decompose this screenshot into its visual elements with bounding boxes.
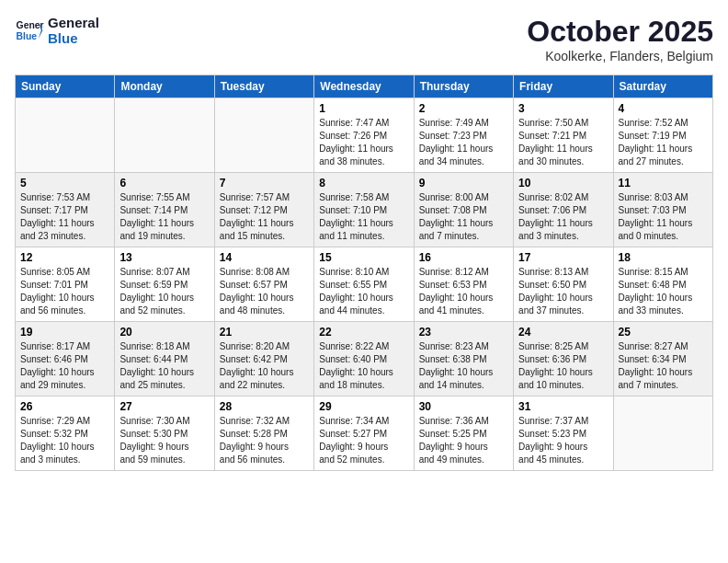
day-info: Sunrise: 8:13 AMSunset: 6:50 PMDaylight:… — [518, 266, 608, 317]
weekday-header-wednesday: Wednesday — [314, 75, 414, 98]
day-number: 23 — [419, 326, 508, 339]
day-info: Sunrise: 8:02 AMSunset: 7:06 PMDaylight:… — [518, 191, 608, 243]
calendar-cell: 7Sunrise: 7:57 AMSunset: 7:12 PMDaylight… — [214, 173, 313, 247]
day-number: 18 — [619, 251, 708, 264]
day-number: 22 — [319, 326, 408, 339]
calendar-cell: 30Sunrise: 7:36 AMSunset: 5:25 PMDayligh… — [414, 396, 513, 471]
day-info: Sunrise: 8:10 AMSunset: 6:55 PMDaylight:… — [319, 266, 408, 317]
day-info: Sunrise: 8:03 AMSunset: 7:03 PMDaylight:… — [619, 191, 708, 243]
day-number: 20 — [119, 326, 209, 339]
calendar-cell: 14Sunrise: 8:08 AMSunset: 6:57 PMDayligh… — [214, 247, 313, 322]
weekday-header-row: SundayMondayTuesdayWednesdayThursdayFrid… — [16, 75, 713, 98]
day-number: 28 — [220, 400, 309, 413]
day-number: 11 — [619, 177, 708, 190]
logo-icon: General Blue — [15, 16, 44, 45]
day-info: Sunrise: 8:22 AMSunset: 6:40 PMDaylight:… — [319, 340, 408, 392]
day-info: Sunrise: 8:25 AMSunset: 6:36 PMDaylight:… — [518, 340, 608, 392]
weekday-header-saturday: Saturday — [613, 75, 712, 98]
day-info: Sunrise: 7:52 AMSunset: 7:19 PMDaylight:… — [619, 117, 708, 168]
week-row-3: 12Sunrise: 8:05 AMSunset: 7:01 PMDayligh… — [16, 247, 713, 322]
day-number: 29 — [319, 400, 408, 413]
calendar-cell: 24Sunrise: 8:25 AMSunset: 6:36 PMDayligh… — [514, 322, 613, 396]
day-number: 13 — [119, 251, 209, 264]
day-info: Sunrise: 7:37 AMSunset: 5:23 PMDaylight:… — [518, 415, 608, 466]
calendar-cell: 19Sunrise: 8:17 AMSunset: 6:46 PMDayligh… — [16, 322, 115, 396]
day-info: Sunrise: 8:18 AMSunset: 6:44 PMDaylight:… — [119, 340, 209, 392]
day-info: Sunrise: 7:50 AMSunset: 7:21 PMDaylight:… — [518, 117, 608, 168]
day-number: 30 — [419, 400, 508, 413]
day-info: Sunrise: 7:49 AMSunset: 7:23 PMDaylight:… — [419, 117, 508, 168]
day-info: Sunrise: 7:32 AMSunset: 5:28 PMDaylight:… — [220, 415, 309, 466]
calendar-cell: 5Sunrise: 7:53 AMSunset: 7:17 PMDaylight… — [16, 173, 115, 247]
calendar-cell: 21Sunrise: 8:20 AMSunset: 6:42 PMDayligh… — [214, 322, 313, 396]
day-info: Sunrise: 8:12 AMSunset: 6:53 PMDaylight:… — [419, 266, 508, 317]
day-number: 6 — [119, 177, 209, 190]
day-number: 1 — [319, 102, 408, 115]
calendar-cell: 15Sunrise: 8:10 AMSunset: 6:55 PMDayligh… — [314, 247, 414, 322]
day-info: Sunrise: 8:20 AMSunset: 6:42 PMDaylight:… — [220, 340, 309, 392]
day-number: 10 — [518, 177, 608, 190]
day-info: Sunrise: 7:34 AMSunset: 5:27 PMDaylight:… — [319, 415, 408, 466]
calendar-cell — [16, 98, 115, 173]
day-number: 27 — [119, 400, 209, 413]
day-info: Sunrise: 8:27 AMSunset: 6:34 PMDaylight:… — [619, 340, 708, 392]
calendar-cell: 23Sunrise: 8:23 AMSunset: 6:38 PMDayligh… — [414, 322, 513, 396]
calendar-cell: 10Sunrise: 8:02 AMSunset: 7:06 PMDayligh… — [514, 173, 613, 247]
title-block: October 2025 Koolkerke, Flanders, Belgiu… — [527, 15, 713, 63]
calendar-cell: 17Sunrise: 8:13 AMSunset: 6:50 PMDayligh… — [514, 247, 613, 322]
weekday-header-tuesday: Tuesday — [214, 75, 313, 98]
week-row-5: 26Sunrise: 7:29 AMSunset: 5:32 PMDayligh… — [16, 396, 713, 471]
calendar-cell — [613, 396, 712, 471]
day-number: 16 — [419, 251, 508, 264]
day-number: 17 — [518, 251, 608, 264]
day-info: Sunrise: 8:17 AMSunset: 6:46 PMDaylight:… — [20, 340, 109, 392]
weekday-header-sunday: Sunday — [16, 75, 115, 98]
day-number: 31 — [518, 400, 608, 413]
calendar-cell: 26Sunrise: 7:29 AMSunset: 5:32 PMDayligh… — [16, 396, 115, 471]
day-number: 25 — [619, 326, 708, 339]
day-number: 21 — [220, 326, 309, 339]
calendar-cell: 27Sunrise: 7:30 AMSunset: 5:30 PMDayligh… — [115, 396, 214, 471]
calendar-cell: 22Sunrise: 8:22 AMSunset: 6:40 PMDayligh… — [314, 322, 414, 396]
calendar-cell: 11Sunrise: 8:03 AMSunset: 7:03 PMDayligh… — [613, 173, 712, 247]
day-info: Sunrise: 7:58 AMSunset: 7:10 PMDaylight:… — [319, 191, 408, 243]
day-info: Sunrise: 8:15 AMSunset: 6:48 PMDaylight:… — [619, 266, 708, 317]
logo-blue: Blue — [48, 30, 99, 46]
day-number: 5 — [20, 177, 109, 190]
day-number: 3 — [518, 102, 608, 115]
calendar-cell: 28Sunrise: 7:32 AMSunset: 5:28 PMDayligh… — [214, 396, 313, 471]
logo-general: General — [48, 15, 99, 30]
page-header: General Blue General Blue October 2025 K… — [15, 15, 713, 63]
day-number: 12 — [20, 251, 109, 264]
day-info: Sunrise: 7:30 AMSunset: 5:30 PMDaylight:… — [119, 415, 209, 466]
calendar-cell: 4Sunrise: 7:52 AMSunset: 7:19 PMDaylight… — [613, 98, 712, 173]
calendar-cell: 6Sunrise: 7:55 AMSunset: 7:14 PMDaylight… — [115, 173, 214, 247]
day-number: 2 — [419, 102, 508, 115]
calendar-cell: 20Sunrise: 8:18 AMSunset: 6:44 PMDayligh… — [115, 322, 214, 396]
calendar-cell: 9Sunrise: 8:00 AMSunset: 7:08 PMDaylight… — [414, 173, 513, 247]
week-row-4: 19Sunrise: 8:17 AMSunset: 6:46 PMDayligh… — [16, 322, 713, 396]
calendar-cell: 18Sunrise: 8:15 AMSunset: 6:48 PMDayligh… — [613, 247, 712, 322]
day-info: Sunrise: 7:53 AMSunset: 7:17 PMDaylight:… — [20, 191, 109, 243]
weekday-header-thursday: Thursday — [414, 75, 513, 98]
day-info: Sunrise: 8:23 AMSunset: 6:38 PMDaylight:… — [419, 340, 508, 392]
calendar-cell: 25Sunrise: 8:27 AMSunset: 6:34 PMDayligh… — [613, 322, 712, 396]
day-info: Sunrise: 7:57 AMSunset: 7:12 PMDaylight:… — [220, 191, 309, 243]
calendar-cell: 3Sunrise: 7:50 AMSunset: 7:21 PMDaylight… — [514, 98, 613, 173]
calendar-cell: 13Sunrise: 8:07 AMSunset: 6:59 PMDayligh… — [115, 247, 214, 322]
day-number: 24 — [518, 326, 608, 339]
week-row-2: 5Sunrise: 7:53 AMSunset: 7:17 PMDaylight… — [16, 173, 713, 247]
day-number: 8 — [319, 177, 408, 190]
day-number: 4 — [619, 102, 708, 115]
day-info: Sunrise: 7:36 AMSunset: 5:25 PMDaylight:… — [419, 415, 508, 466]
day-info: Sunrise: 8:00 AMSunset: 7:08 PMDaylight:… — [419, 191, 508, 243]
calendar-cell: 8Sunrise: 7:58 AMSunset: 7:10 PMDaylight… — [314, 173, 414, 247]
day-info: Sunrise: 7:55 AMSunset: 7:14 PMDaylight:… — [119, 191, 209, 243]
day-number: 15 — [319, 251, 408, 264]
calendar-cell: 16Sunrise: 8:12 AMSunset: 6:53 PMDayligh… — [414, 247, 513, 322]
location: Koolkerke, Flanders, Belgium — [527, 49, 713, 63]
day-info: Sunrise: 8:05 AMSunset: 7:01 PMDaylight:… — [20, 266, 109, 317]
day-info: Sunrise: 8:08 AMSunset: 6:57 PMDaylight:… — [220, 266, 309, 317]
month-title: October 2025 — [527, 15, 713, 49]
weekday-header-monday: Monday — [115, 75, 214, 98]
